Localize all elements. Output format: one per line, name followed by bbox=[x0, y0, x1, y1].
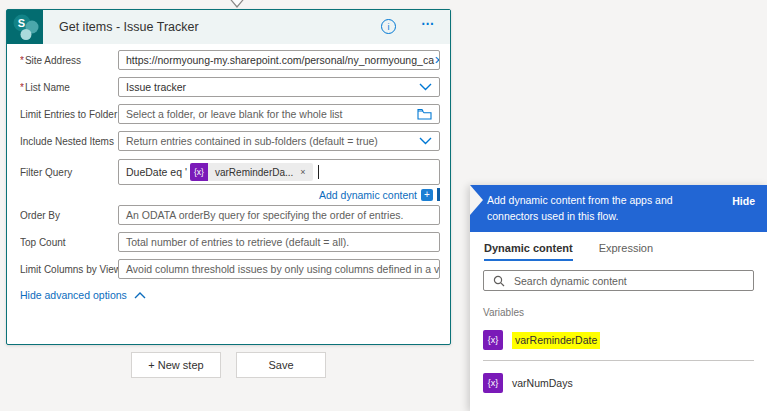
variable-token-icon: {x} bbox=[190, 163, 208, 181]
clear-icon[interactable]: ✕ bbox=[434, 54, 440, 67]
required-asterisk: * bbox=[20, 82, 24, 93]
variable-item-varreminderdate[interactable]: {x} varReminderDate bbox=[483, 330, 754, 350]
order-by-input[interactable]: An ODATA orderBy query for specifying th… bbox=[118, 205, 440, 225]
add-dynamic-content-bar-icon bbox=[437, 188, 440, 201]
add-dynamic-content-icon: + bbox=[421, 189, 433, 201]
dynamic-content-panel: Add dynamic content from the apps and co… bbox=[470, 185, 767, 411]
text-cursor bbox=[318, 165, 319, 179]
panel-tabs: Dynamic content Expression bbox=[470, 242, 767, 261]
dynamic-token-varreminderdate[interactable]: {x} varReminderDa... × bbox=[190, 163, 313, 181]
hide-advanced-options-link[interactable]: Hide advanced options bbox=[20, 289, 146, 301]
chevron-down-icon[interactable] bbox=[419, 83, 432, 91]
field-row-site-address: *Site Address https://normyoung-my.share… bbox=[20, 50, 440, 70]
include-nested-dropdown[interactable]: Return entries contained in sub-folders … bbox=[118, 131, 440, 151]
list-name-value: Issue tracker bbox=[126, 81, 186, 93]
folder-icon[interactable] bbox=[417, 108, 432, 120]
new-step-button[interactable]: + New step bbox=[131, 352, 221, 378]
action-card-header[interactable]: S Get items - Issue Tracker i ⋯ bbox=[7, 10, 450, 44]
callout-beak bbox=[470, 185, 483, 215]
filter-query-input[interactable]: DueDate eq ' {x} varReminderDa... × bbox=[118, 159, 440, 185]
variable-icon: {x} bbox=[483, 330, 503, 350]
field-row-list-name: *List Name Issue tracker bbox=[20, 77, 440, 97]
field-label: Order By bbox=[20, 210, 118, 221]
variable-item-varnumdays[interactable]: {x} varNumDays bbox=[483, 373, 754, 393]
field-row-top-count: Top Count Total number of entries to ret… bbox=[20, 232, 440, 252]
token-remove-icon[interactable]: × bbox=[300, 167, 305, 177]
limit-entries-input[interactable]: Select a folder, or leave blank for the … bbox=[118, 104, 440, 124]
variable-icon: {x} bbox=[483, 373, 503, 393]
panel-header-text: Add dynamic content from the apps and co… bbox=[487, 194, 673, 222]
field-label: *List Name bbox=[20, 82, 118, 93]
variable-name-highlighted: varReminderDate bbox=[512, 332, 600, 349]
tab-expression[interactable]: Expression bbox=[599, 242, 653, 261]
limit-entries-placeholder: Select a folder, or leave blank for the … bbox=[126, 108, 343, 120]
chevron-down-icon[interactable] bbox=[419, 137, 432, 145]
limit-columns-placeholder: Avoid column threshold issues by only us… bbox=[126, 263, 440, 275]
search-placeholder: Search dynamic content bbox=[514, 275, 627, 287]
chevron-up-icon bbox=[134, 292, 146, 299]
ellipsis-menu-icon[interactable]: ⋯ bbox=[421, 16, 436, 31]
field-row-include-nested: Include Nested Items Return entries cont… bbox=[20, 131, 440, 151]
svg-text:S: S bbox=[18, 17, 25, 29]
site-address-input[interactable]: https://normyoung-my.sharepoint.com/pers… bbox=[118, 50, 440, 70]
limit-columns-dropdown[interactable]: Avoid column threshold issues by only us… bbox=[118, 259, 440, 279]
field-label: *Site Address bbox=[20, 55, 118, 66]
top-count-placeholder: Total number of entries to retrieve (def… bbox=[126, 236, 349, 248]
panel-header: Add dynamic content from the apps and co… bbox=[470, 185, 767, 232]
hide-panel-button[interactable]: Hide bbox=[732, 194, 755, 210]
add-dynamic-content-label: Add dynamic content bbox=[319, 189, 417, 201]
hide-advanced-options-label: Hide advanced options bbox=[20, 289, 127, 301]
required-asterisk: * bbox=[20, 55, 24, 66]
sharepoint-icon: S bbox=[7, 10, 43, 44]
filter-query-text: DueDate eq ' bbox=[126, 166, 187, 178]
action-card-get-items: S Get items - Issue Tracker i ⋯ *Site Ad… bbox=[6, 9, 451, 345]
list-name-dropdown[interactable]: Issue tracker bbox=[118, 77, 440, 97]
action-card-title: Get items - Issue Tracker bbox=[59, 20, 199, 34]
search-dynamic-content-input[interactable]: Search dynamic content bbox=[483, 270, 754, 291]
field-label: Top Count bbox=[20, 237, 118, 248]
field-row-limit-columns: Limit Columns by View Avoid column thres… bbox=[20, 259, 440, 279]
field-row-limit-entries: Limit Entries to Folder Select a folder,… bbox=[20, 104, 440, 124]
order-by-placeholder: An ODATA orderBy query for specifying th… bbox=[126, 209, 403, 221]
info-icon[interactable]: i bbox=[381, 19, 396, 34]
field-row-order-by: Order By An ODATA orderBy query for spec… bbox=[20, 205, 440, 225]
variables-section-label: Variables bbox=[483, 307, 754, 318]
field-label: Limit Columns by View bbox=[20, 264, 118, 275]
list-divider bbox=[483, 360, 754, 361]
token-label: varReminderDa... bbox=[215, 167, 293, 178]
top-count-input[interactable]: Total number of entries to retrieve (def… bbox=[118, 232, 440, 252]
include-nested-placeholder: Return entries contained in sub-folders … bbox=[126, 135, 378, 147]
save-button[interactable]: Save bbox=[236, 352, 326, 378]
field-label: Limit Entries to Folder bbox=[20, 109, 118, 120]
field-row-filter-query: Filter Query DueDate eq ' {x} varReminde… bbox=[20, 159, 440, 185]
tab-dynamic-content[interactable]: Dynamic content bbox=[484, 242, 573, 261]
add-dynamic-content-link[interactable]: Add dynamic content + bbox=[319, 188, 440, 201]
site-address-value: https://normyoung-my.sharepoint.com/pers… bbox=[126, 54, 434, 66]
variable-name: varNumDays bbox=[512, 377, 573, 389]
search-icon bbox=[493, 275, 505, 287]
field-label: Include Nested Items bbox=[20, 136, 118, 147]
field-label: Filter Query bbox=[20, 167, 118, 178]
